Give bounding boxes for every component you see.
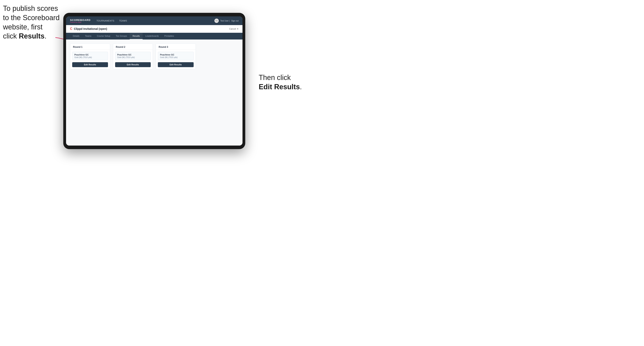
tab-details[interactable]: Details	[70, 33, 82, 39]
tab-tee-groups[interactable]: Tee Groups	[113, 33, 130, 39]
round-1-header: Round 1	[70, 44, 110, 50]
round-1-course-card: Peachtree GC Gold (M) (7010 yds)	[72, 52, 108, 60]
scoreboard-logo: SCOREBOARD Powered by clippd	[70, 19, 90, 23]
round-3-course-name: Peachtree GC	[160, 53, 192, 56]
tablet-frame: SCOREBOARD Powered by clippd TOURNAMENTS…	[63, 13, 245, 149]
round-card-1: Round 1 Peachtree GC Gold (M) (7010 yds)…	[70, 43, 110, 69]
rounds-grid: Round 1 Peachtree GC Gold (M) (7010 yds)…	[70, 43, 238, 69]
round-2-course-detail: Gold (M) (7010 yds)	[117, 56, 149, 58]
edit-results-button-2[interactable]: Edit Results	[115, 62, 151, 67]
instruction-left: To publish scores to the Scoreboard webs…	[3, 4, 60, 41]
tournament-icon: C	[70, 27, 72, 31]
nav-right: TU Test User | Sign out	[214, 18, 238, 23]
tab-leaderboards[interactable]: Leaderboards	[142, 33, 162, 39]
round-1-course-detail: Gold (M) (7010 yds)	[74, 56, 106, 58]
round-card-2: Round 2 Peachtree GC Gold (M) (7010 yds)…	[113, 43, 153, 69]
main-content: Round 1 Peachtree GC Gold (M) (7010 yds)…	[66, 39, 242, 146]
cancel-button[interactable]: Cancel ✕	[229, 28, 238, 30]
round-3-course-detail: Gold (M) (7010 yds)	[160, 56, 192, 58]
tab-teams[interactable]: Teams	[82, 33, 94, 39]
round-3-course-card: Peachtree GC Gold (M) (7010 yds)	[158, 52, 194, 60]
edit-results-button-1[interactable]: Edit Results	[72, 62, 108, 67]
tournament-title-row: C Clippd Invitational (open)	[70, 27, 107, 31]
top-nav: SCOREBOARD Powered by clippd TOURNAMENTS…	[66, 16, 242, 25]
tab-bar: Details Teams Course Setup Tee Groups Re…	[66, 33, 242, 39]
user-avatar: TU	[214, 18, 219, 23]
edit-results-button-3[interactable]: Edit Results	[158, 62, 194, 67]
close-icon: ✕	[237, 28, 238, 30]
round-1-course-name: Peachtree GC	[74, 53, 106, 56]
round-2-header: Round 2	[113, 44, 153, 50]
tablet-screen: SCOREBOARD Powered by clippd TOURNAMENTS…	[66, 16, 242, 146]
round-card-4	[198, 43, 239, 69]
logo-text: SCOREBOARD	[70, 19, 90, 21]
round-3-header: Round 3	[156, 44, 196, 50]
tab-course-setup[interactable]: Course Setup	[94, 33, 113, 39]
round-2-course-card: Peachtree GC Gold (M) (7010 yds)	[115, 52, 151, 60]
instruction-right: Then click Edit Results.	[259, 73, 316, 92]
nav-links: TOURNAMENTS TEAMS	[96, 19, 214, 23]
nav-teams[interactable]: TEAMS	[119, 19, 127, 23]
tab-printables[interactable]: Printables	[162, 33, 177, 39]
nav-tournaments[interactable]: TOURNAMENTS	[96, 19, 114, 23]
tournament-title: Clippd Invitational (open)	[74, 27, 107, 30]
tab-results[interactable]: Results	[130, 33, 142, 39]
tournament-header: C Clippd Invitational (open) Cancel ✕	[66, 25, 242, 33]
logo-sub: Powered by clippd	[70, 21, 90, 23]
nav-signout-link[interactable]: Sign out	[231, 20, 238, 22]
round-card-3: Round 3 Peachtree GC Gold (M) (7010 yds)…	[156, 43, 196, 69]
nav-user-text: Test User |	[220, 20, 230, 22]
round-2-course-name: Peachtree GC	[117, 53, 149, 56]
